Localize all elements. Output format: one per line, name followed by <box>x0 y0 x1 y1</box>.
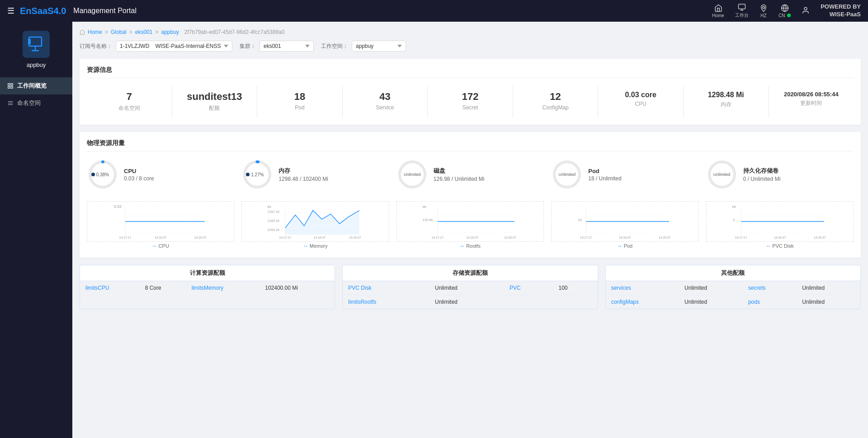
gauge-disk-circle: Unlimited <box>396 159 428 190</box>
svg-text:14:17:17: 14:17:17 <box>735 236 747 239</box>
nav-cn-label: CN <box>778 13 791 18</box>
stat-memory: 1298.48 Mi 内存 <box>684 85 769 118</box>
header-controls: 订阅号名称： 1-1VLZJWD WISE-PaaS-Internal-ENSS… <box>80 41 861 52</box>
stat-secret-value: 172 <box>431 91 509 103</box>
svg-text:Mi: Mi <box>422 205 426 209</box>
svg-rect-14 <box>11 86 13 88</box>
memory-chart-svg: Mi 1297.24 1295.24 1293.24 14:17:17 14:1… <box>241 201 389 242</box>
subscription-group: 订阅号名称： 1-1VLZJWD WISE-PaaS-Internal-ENSS <box>80 41 232 52</box>
subscription-select[interactable]: 1-1VLZJWD WISE-PaaS-Internal-ENSS <box>116 41 232 52</box>
stat-quota-value: sunditest13 <box>176 91 254 103</box>
svg-point-17 <box>91 173 95 176</box>
powered-by: POWERED BY WISE-PaaS <box>821 3 861 19</box>
nav-right: Home 工作台 HZ CN POWERED BY WISE-PaaS <box>712 3 861 19</box>
nav-hz[interactable]: HZ <box>760 4 768 18</box>
svg-rect-7 <box>29 37 42 46</box>
stat-quota-label: 配额 <box>176 104 254 112</box>
other-quota-title: 其他配额 <box>606 265 860 281</box>
other-services-val: Unlimited <box>679 281 743 295</box>
svg-text:14:20:47: 14:20:47 <box>349 236 361 239</box>
gauge-cpu: 0.38% CPU 0.03 / 8 core <box>87 159 234 194</box>
workspace-group: 工作空间： appbuy <box>321 41 406 52</box>
gauge-disk: Unlimited 磁盘 126.98 / Unlimited Mi <box>396 159 544 194</box>
svg-text:0.03: 0.03 <box>114 204 122 209</box>
sidebar-item-namespace-label: 命名空间 <box>17 99 41 107</box>
stat-cpu-label: CPU <box>602 101 679 107</box>
nav-home[interactable]: Home <box>712 4 724 18</box>
stat-memory-label: 内存 <box>687 101 765 108</box>
storage-pvc-key: PVC <box>504 281 553 295</box>
stat-service-value: 43 <box>346 91 424 103</box>
svg-text:14:18:47: 14:18:47 <box>314 236 326 239</box>
cluster-label: 集群： <box>240 42 256 50</box>
nav-workbench-label: 工作台 <box>735 12 749 19</box>
sidebar-app-name: appbuy <box>27 61 46 68</box>
svg-text:14:20:47: 14:20:47 <box>814 236 826 239</box>
breadcrumb-cluster[interactable]: eks001 <box>135 29 153 35</box>
other-pods-val: Unlimited <box>797 295 860 309</box>
stat-pod: 18 Pod <box>257 85 343 118</box>
physical-resources-title: 物理资源用量 <box>87 139 854 151</box>
nav-home-label: Home <box>712 13 724 18</box>
svg-rect-0 <box>738 4 745 9</box>
pvc-chart-label: ↔ PVC Disk <box>706 243 854 249</box>
compute-quota-title: 计算资源配额 <box>80 265 335 281</box>
gauge-disk-pct: Unlimited <box>404 172 421 177</box>
pvc-chart-box: Mi 0 14:17:17 14:18:47 14:20:47 ↔ PVC Di… <box>706 201 854 250</box>
sidebar-item-namespace[interactable]: 命名空间 <box>0 94 72 112</box>
gauge-cpu-pct: 0.38% <box>96 172 109 177</box>
svg-text:14:18:47: 14:18:47 <box>774 236 786 239</box>
other-services-key: services <box>606 281 679 295</box>
pod-chart-svg: 18 14:17:17 14:18:47 14:20:47 <box>551 201 698 242</box>
workspace-select[interactable]: appbuy <box>352 41 406 52</box>
other-configmaps-key: configMaps <box>606 295 679 309</box>
svg-rect-8 <box>28 39 31 44</box>
sidebar-item-workspace-overview[interactable]: 工作间概览 <box>0 77 72 94</box>
other-quota-table: services Unlimited secrets Unlimited con… <box>606 281 860 309</box>
storage-pvcdisk-val: Unlimited <box>429 281 504 295</box>
svg-text:14:20:47: 14:20:47 <box>504 236 516 239</box>
table-row: limitsRootfs Unlimited <box>343 295 597 309</box>
table-row: configMaps Unlimited pods Unlimited <box>606 295 860 309</box>
compute-limits-cpu-key: limitsCPU <box>80 281 140 295</box>
menu-icon[interactable]: ☰ <box>7 6 14 16</box>
nav-user[interactable] <box>802 6 810 15</box>
svg-point-6 <box>804 7 807 10</box>
cluster-select[interactable]: eks001 <box>259 41 314 52</box>
resource-info-section: 资源信息 7 命名空间 sunditest13 配额 18 Pod 43 Ser… <box>80 59 861 125</box>
gauge-memory-pct: 1.27% <box>251 172 264 177</box>
gauge-pvc-circle: Unlimited <box>706 159 738 190</box>
svg-text:14:18:47: 14:18:47 <box>467 236 479 239</box>
cpu-chart-label: ↔ CPU <box>87 243 234 249</box>
storage-quota-title: 存储资源配额 <box>343 265 597 281</box>
gauge-pvc-pct: Unlimited <box>713 172 731 177</box>
breadcrumb-workspace[interactable]: appbuy <box>161 29 179 35</box>
gauges-row: 0.38% CPU 0.03 / 8 core <box>87 159 854 194</box>
gauge-disk-name: 磁盘 <box>434 167 485 175</box>
stat-quota: sunditest13 配额 <box>172 85 258 118</box>
nav-workbench[interactable]: 工作台 <box>735 3 749 19</box>
svg-rect-11 <box>8 84 10 85</box>
gauge-cpu-value: 0.03 / 8 core <box>124 175 154 182</box>
svg-text:14:20:47: 14:20:47 <box>659 236 671 239</box>
stat-service: 43 Service <box>343 85 428 118</box>
stat-secret: 172 Secret <box>428 85 513 118</box>
breadcrumb-home[interactable]: Home <box>88 29 102 35</box>
stat-namespace: 7 命名空间 <box>87 85 172 118</box>
gauge-pod: Unlimited Pod 18 / Unlimited <box>551 159 698 194</box>
nav-cn[interactable]: CN <box>778 4 791 18</box>
svg-text:14:17:17: 14:17:17 <box>431 236 443 239</box>
breadcrumb-global[interactable]: Global <box>111 29 127 35</box>
gauge-pod-pct: Unlimited <box>558 172 576 177</box>
svg-text:Mi: Mi <box>732 205 736 209</box>
portal-title: Management Portal <box>73 7 712 15</box>
physical-resources-section: 物理资源用量 0.38% CPU 0.03 / 8 <box>80 132 861 258</box>
sidebar: appbuy 工作间概览 命名空间 <box>0 22 72 438</box>
svg-text:0: 0 <box>733 218 735 222</box>
breadcrumb-icon <box>80 29 85 35</box>
breadcrumb: Home > Global > eks001 > appbuy 2f7b79ab… <box>80 29 861 35</box>
svg-text:126.98: 126.98 <box>422 218 432 222</box>
storage-quota-table: PVC Disk Unlimited PVC 100 limitsRootfs … <box>343 281 597 309</box>
other-configmaps-val: Unlimited <box>679 295 743 309</box>
storage-pvc-val: 100 <box>553 281 597 295</box>
